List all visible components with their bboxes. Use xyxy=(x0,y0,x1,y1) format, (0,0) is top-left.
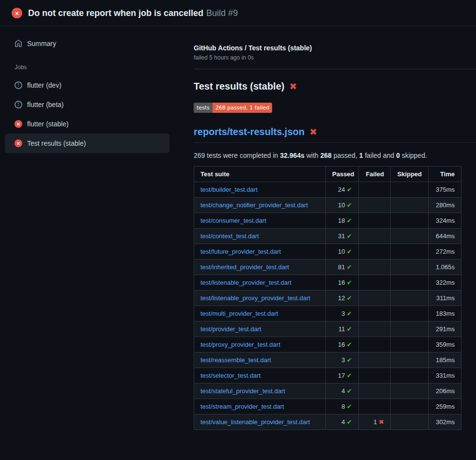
failed-count: 1 xyxy=(373,418,377,426)
table-row: test/value_listenable_provider_test.dart… xyxy=(194,414,461,430)
test-suite-link[interactable]: test/stateful_provider_test.dart xyxy=(200,387,285,395)
test-results-table: Test suite Passed Failed Skipped Time te… xyxy=(194,166,461,430)
check-icon: ✔ xyxy=(347,387,352,395)
skipped-cell xyxy=(391,229,429,244)
test-suite-cell: test/inherited_provider_test.dart xyxy=(194,260,326,275)
time-cell: 302ms xyxy=(429,414,461,430)
time-cell: 183ms xyxy=(429,306,461,322)
sidebar-item-flutter-stable[interactable]: ×flutter (stable) xyxy=(5,114,169,134)
failed-cell xyxy=(359,322,391,337)
jobs-section-label: Jobs xyxy=(15,64,169,71)
test-suite-link[interactable]: test/value_listenable_provider_test.dart xyxy=(200,418,310,426)
time-cell: 272ms xyxy=(429,244,461,260)
test-suite-cell: test/change_notifier_provider_test.dart xyxy=(194,198,326,213)
skipped-cell xyxy=(391,337,429,353)
skipped-cell xyxy=(391,182,429,198)
summary-text-part: passed, xyxy=(332,152,359,159)
workflow-run-page: × Do not create report when job is cance… xyxy=(0,0,476,430)
test-suite-link[interactable]: test/listenable_proxy_provider_test.dart xyxy=(200,294,310,302)
sidebar-item-label: flutter (stable) xyxy=(27,120,69,128)
test-suite-link[interactable]: test/context_test.dart xyxy=(200,232,259,240)
check-icon: ✔ xyxy=(347,217,352,224)
passed-cell: 24 ✔ xyxy=(326,182,359,198)
test-suite-link[interactable]: test/inherited_provider_test.dart xyxy=(200,263,289,271)
passed-cell: 4 ✔ xyxy=(326,414,359,430)
skipped-cell xyxy=(391,399,429,414)
test-suite-cell: test/context_test.dart xyxy=(194,229,326,244)
sidebar-item-summary[interactable]: Summary xyxy=(5,34,169,53)
test-suite-cell: test/stateful_provider_test.dart xyxy=(194,383,326,399)
test-suite-link[interactable]: test/future_provider_test.dart xyxy=(200,248,281,255)
test-suite-link[interactable]: test/multi_provider_test.dart xyxy=(200,310,278,317)
x-circle-icon: × xyxy=(15,139,22,147)
time-cell: 331ms xyxy=(429,368,461,383)
run-status-text: failed 5 hours ago in 0s xyxy=(194,54,476,61)
failed-cell xyxy=(359,337,391,353)
report-file-link[interactable]: reports/test-results.json xyxy=(194,126,305,138)
summary-text-part: skipped. xyxy=(400,152,427,159)
passed-count: 18 xyxy=(338,217,345,224)
failed-cell xyxy=(359,383,391,399)
skipped-cell xyxy=(391,306,429,322)
table-row: test/context_test.dart31 ✔644ms xyxy=(194,229,461,244)
time-cell: 1.065s xyxy=(429,260,461,275)
test-suite-cell: test/proxy_provider_test.dart xyxy=(194,337,326,353)
test-suite-link[interactable]: test/listenable_provider_test.dart xyxy=(200,279,292,286)
failed-cell xyxy=(359,260,391,275)
time-cell: 280ms xyxy=(429,198,461,213)
report-heading: reports/test-results.json ✖ xyxy=(194,126,476,143)
time-cell: 324ms xyxy=(429,213,461,229)
test-suite-cell: test/listenable_proxy_provider_test.dart xyxy=(194,291,326,306)
passed-count: 4 xyxy=(341,418,345,426)
table-row: test/multi_provider_test.dart3 ✔183ms xyxy=(194,306,461,322)
divider xyxy=(194,69,476,69)
passed-cell: 3 ✔ xyxy=(326,306,359,322)
summary-failed-count: 1 xyxy=(359,152,363,159)
test-suite-link[interactable]: test/change_notifier_provider_test.dart xyxy=(200,201,308,209)
failed-cell xyxy=(359,213,391,229)
summary-duration: 32.964s xyxy=(280,152,305,159)
failed-cell xyxy=(359,368,391,383)
time-cell: 644ms xyxy=(429,229,461,244)
check-icon: ✔ xyxy=(347,186,352,193)
test-suite-link[interactable]: test/consumer_test.dart xyxy=(200,217,266,224)
table-row: test/builder_test.dart24 ✔375ms xyxy=(194,182,461,198)
test-suite-link[interactable]: test/provider_test.dart xyxy=(200,325,261,333)
test-suite-link[interactable]: test/builder_test.dart xyxy=(200,186,258,193)
test-suite-link[interactable]: test/stream_provider_test.dart xyxy=(200,403,284,410)
table-row: test/change_notifier_provider_test.dart1… xyxy=(194,198,461,213)
test-summary: 269 tests were completed in 32.964s with… xyxy=(194,152,476,159)
skipped-cell xyxy=(391,353,429,368)
column-header-time: Time xyxy=(429,167,461,182)
table-row: test/reassemble_test.dart3 ✔185ms xyxy=(194,353,461,368)
skipped-cell xyxy=(391,368,429,383)
summary-text-part: failed and xyxy=(363,152,397,159)
test-suite-cell: test/builder_test.dart xyxy=(194,182,326,198)
passed-cell: 4 ✔ xyxy=(326,383,359,399)
x-circle-icon: × xyxy=(15,120,22,128)
table-row: test/proxy_provider_test.dart16 ✔359ms xyxy=(194,337,461,353)
summary-skipped-count: 0 xyxy=(396,152,400,159)
column-header-test-suite: Test suite xyxy=(194,167,326,182)
test-suite-link[interactable]: test/selector_test.dart xyxy=(200,372,261,379)
badge-value: 268 passed, 1 failed xyxy=(213,103,272,113)
badge-label: tests xyxy=(194,103,213,113)
home-icon xyxy=(15,40,22,47)
check-icon: ✔ xyxy=(347,325,352,333)
column-header-skipped: Skipped xyxy=(391,167,429,182)
table-row: test/provider_test.dart11 ✔291ms xyxy=(194,322,461,337)
sidebar-item-flutter-dev[interactable]: !flutter (dev) xyxy=(5,76,169,95)
jobs-list: !flutter (dev)!flutter (beta)×flutter (s… xyxy=(5,76,169,153)
sidebar-item-flutter-beta[interactable]: !flutter (beta) xyxy=(5,95,169,114)
test-suite-link[interactable]: test/reassemble_test.dart xyxy=(200,356,271,364)
summary-text-part: 269 tests were completed in xyxy=(194,152,280,159)
test-suite-link[interactable]: test/proxy_provider_test.dart xyxy=(200,341,280,348)
passed-cell: 81 ✔ xyxy=(326,260,359,275)
failed-cell xyxy=(359,229,391,244)
table-row: test/inherited_provider_test.dart81 ✔1.0… xyxy=(194,260,461,275)
run-title: Do not create report when job is cancell… xyxy=(28,8,238,18)
passed-count: 10 xyxy=(338,201,345,209)
alert-circle-icon: ! xyxy=(15,101,22,108)
failed-cell xyxy=(359,306,391,322)
sidebar-item-test-results-stable[interactable]: ×Test results (stable) xyxy=(5,134,169,153)
